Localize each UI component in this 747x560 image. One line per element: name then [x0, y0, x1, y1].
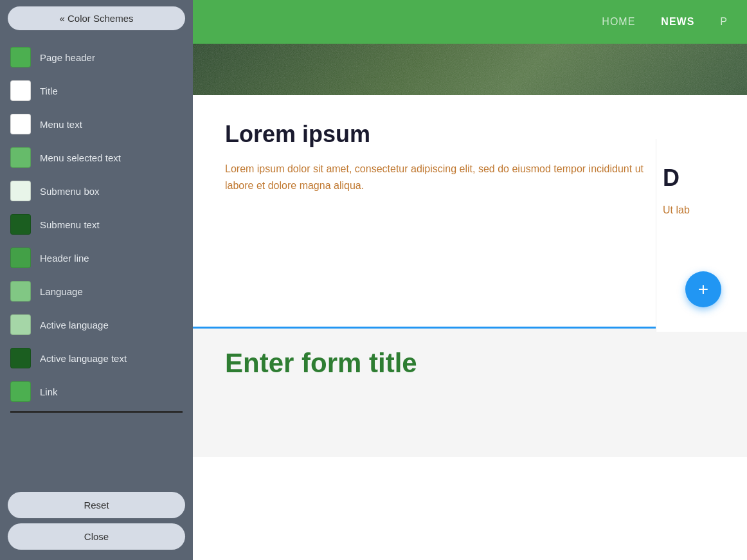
- color-swatch-page-header: [10, 47, 31, 68]
- hero-image: [193, 44, 747, 95]
- color-swatch-link: [10, 381, 31, 402]
- color-item-title[interactable]: Title: [0, 74, 193, 107]
- color-swatch-menu-selected-text: [10, 147, 31, 168]
- back-button[interactable]: « Color Schemes: [8, 6, 185, 30]
- color-item-menu-selected-text[interactable]: Menu selected text: [0, 141, 193, 174]
- color-item-active-language-text[interactable]: Active language text: [0, 341, 193, 375]
- content-heading: Lorem ipsum: [225, 121, 715, 148]
- color-item-link[interactable]: Link: [0, 375, 193, 408]
- color-item-active-language[interactable]: Active language: [0, 308, 193, 341]
- color-label-title: Title: [40, 86, 58, 96]
- color-label-submenu-box: Submenu box: [40, 186, 100, 197]
- color-label-submenu-text: Submenu text: [40, 219, 100, 230]
- color-swatch-submenu-text: [10, 214, 31, 235]
- color-label-link: Link: [40, 386, 58, 397]
- color-swatch-menu-text: [10, 114, 31, 134]
- reset-button[interactable]: Reset: [8, 492, 185, 518]
- form-heading: Enter form title: [225, 348, 715, 379]
- color-label-menu-text: Menu text: [40, 119, 82, 130]
- fab-button[interactable]: +: [685, 271, 721, 307]
- nav-item-news[interactable]: NEWS: [661, 16, 694, 28]
- close-button[interactable]: Close: [8, 523, 185, 550]
- second-col-heading: D: [663, 165, 741, 192]
- bottom-buttons: Reset Close: [0, 485, 193, 560]
- top-navigation: HOMENEWSP: [193, 0, 747, 44]
- color-item-page-header[interactable]: Page header: [0, 41, 193, 74]
- plus-icon: +: [698, 279, 708, 300]
- color-swatch-title: [10, 80, 31, 101]
- form-section: Enter form title: [193, 329, 747, 457]
- color-item-language[interactable]: Language: [0, 275, 193, 308]
- color-swatch-language: [10, 281, 31, 302]
- color-item-header-line[interactable]: Header line: [0, 241, 193, 275]
- color-item-submenu-box[interactable]: Submenu box: [0, 174, 193, 208]
- color-label-active-language-text: Active language text: [40, 353, 127, 364]
- color-swatch-active-language-text: [10, 348, 31, 368]
- color-label-menu-selected-text: Menu selected text: [40, 152, 121, 163]
- sidebar: « Color Schemes Page headerTitleMenu tex…: [0, 0, 193, 560]
- sidebar-divider: [10, 411, 183, 413]
- color-swatch-header-line: [10, 248, 31, 268]
- color-item-menu-text[interactable]: Menu text: [0, 107, 193, 141]
- nav-item-home[interactable]: HOME: [602, 16, 635, 28]
- color-list: Page headerTitleMenu textMenu selected t…: [0, 37, 193, 485]
- nav-item-p[interactable]: P: [720, 16, 728, 28]
- color-label-header-line: Header line: [40, 253, 89, 264]
- second-col-text: Ut lab: [663, 202, 741, 219]
- content-paragraph: Lorem ipsum dolor sit amet, consectetur …: [225, 161, 649, 194]
- color-item-submenu-text[interactable]: Submenu text: [0, 208, 193, 241]
- color-label-active-language: Active language: [40, 320, 109, 330]
- color-label-page-header: Page header: [40, 52, 95, 63]
- color-swatch-submenu-box: [10, 181, 31, 201]
- color-swatch-active-language: [10, 314, 31, 335]
- color-label-language: Language: [40, 286, 83, 297]
